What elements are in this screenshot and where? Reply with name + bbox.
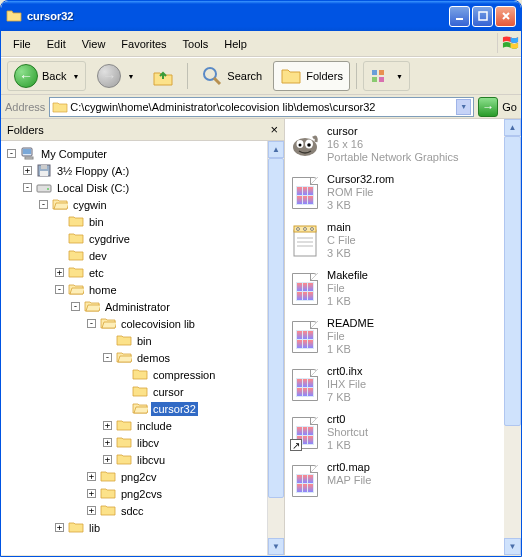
windows-flag-icon (497, 33, 519, 53)
collapse-icon[interactable] (103, 336, 112, 345)
file-item[interactable]: READMEFile1 KB (289, 317, 517, 357)
maximize-button[interactable] (472, 6, 493, 27)
file-item[interactable]: Cursor32.romROM File3 KB (289, 173, 517, 213)
node-label: Administrator (103, 300, 172, 314)
svg-rect-7 (379, 77, 384, 82)
expand-icon[interactable]: + (87, 506, 96, 515)
collapse-icon[interactable]: - (71, 302, 80, 311)
close-button[interactable] (495, 6, 516, 27)
collapse-icon[interactable]: - (39, 200, 48, 209)
node-label: home (87, 283, 119, 297)
collapse-icon[interactable] (119, 404, 128, 413)
close-pane-button[interactable]: × (270, 122, 278, 137)
collapse-icon[interactable] (119, 370, 128, 379)
file-item[interactable]: crt0.mapMAP File (289, 461, 517, 501)
svg-rect-4 (372, 70, 377, 75)
go-button[interactable]: → (478, 97, 498, 117)
collapse-icon[interactable]: - (23, 183, 32, 192)
collapse-icon[interactable]: - (55, 285, 64, 294)
expand-icon[interactable]: + (23, 166, 32, 175)
collapse-icon[interactable]: - (87, 319, 96, 328)
menu-file[interactable]: File (5, 35, 39, 53)
expand-icon[interactable]: + (55, 268, 64, 277)
forward-button[interactable]: → ▼ (90, 61, 141, 91)
file-item[interactable]: mainC File3 KB (289, 221, 517, 261)
menu-view[interactable]: View (74, 35, 114, 53)
separator (356, 63, 357, 89)
file-item[interactable]: MakefileFile1 KB (289, 269, 517, 309)
tree-node-folder-include[interactable]: +include (1, 417, 284, 434)
tree-node-folder-sdcc[interactable]: +sdcc (1, 502, 284, 519)
file-size: 1 KB (327, 295, 368, 308)
scroll-thumb[interactable] (504, 136, 521, 426)
address-input[interactable] (68, 101, 456, 113)
tree-node-folder-png2cvs[interactable]: +png2cvs (1, 485, 284, 502)
scroll-thumb[interactable] (268, 158, 284, 498)
toolbar: ← Back ▼ → ▼ Search Folders ▼ (1, 57, 521, 95)
tree-node-floppy-drive[interactable]: +3½ Floppy (A:) (1, 162, 284, 179)
folders-button[interactable]: Folders (273, 61, 350, 91)
tree-node-folder-cursor[interactable]: cursor (1, 383, 284, 400)
tree-node-folder-libcv[interactable]: +libcv (1, 434, 284, 451)
tree-node-folder-cursor32[interactable]: cursor32 (1, 400, 284, 417)
scrollbar[interactable]: ▲ ▼ (504, 119, 521, 555)
views-button[interactable]: ▼ (363, 61, 410, 91)
menu-help[interactable]: Help (216, 35, 255, 53)
address-input-wrap[interactable]: ▼ (49, 97, 474, 117)
tree-node-folder-png2cv[interactable]: +png2cv (1, 468, 284, 485)
tree-node-folder-libcvu[interactable]: +libcvu (1, 451, 284, 468)
address-bar: Address ▼ → Go (1, 95, 521, 119)
tree-node-folder-administrator[interactable]: -Administrator (1, 298, 284, 315)
collapse-icon[interactable] (55, 217, 64, 226)
back-button[interactable]: ← Back ▼ (7, 61, 86, 91)
tree-node-folder-etc[interactable]: +etc (1, 264, 284, 281)
expand-icon[interactable]: + (103, 438, 112, 447)
minimize-button[interactable] (449, 6, 470, 27)
expand-icon[interactable]: + (87, 472, 96, 481)
file-item[interactable]: cursor16 x 16Portable Network Graphics (289, 125, 517, 165)
tree-node-my-computer[interactable]: -My Computer (1, 145, 284, 162)
file-size: 3 KB (327, 199, 394, 212)
expand-icon[interactable]: + (55, 523, 64, 532)
folder-tree[interactable]: -My Computer+3½ Floppy (A:)-Local Disk (… (1, 141, 284, 555)
menu-tools[interactable]: Tools (175, 35, 217, 53)
collapse-icon[interactable] (55, 251, 64, 260)
file-item[interactable]: crt0.ihxIHX File7 KB (289, 365, 517, 405)
file-name: crt0 (327, 413, 368, 426)
file-item[interactable]: ↗crt0Shortcut1 KB (289, 413, 517, 453)
tree-node-folder-demos[interactable]: -demos (1, 349, 284, 366)
tree-node-folder-cygdrive[interactable]: cygdrive (1, 230, 284, 247)
file-name: crt0.map (327, 461, 371, 474)
collapse-icon[interactable]: - (103, 353, 112, 362)
scroll-down-button[interactable]: ▼ (268, 538, 284, 555)
scroll-down-button[interactable]: ▼ (504, 538, 521, 555)
tree-node-folder-dev[interactable]: dev (1, 247, 284, 264)
svg-rect-5 (379, 70, 384, 75)
collapse-icon[interactable] (55, 234, 64, 243)
tree-node-folder-lib[interactable]: +lib (1, 519, 284, 536)
tree-node-folder-compression[interactable]: compression (1, 366, 284, 383)
scroll-up-button[interactable]: ▲ (268, 141, 284, 158)
menu-favorites[interactable]: Favorites (113, 35, 174, 53)
tree-node-folder-bin[interactable]: bin (1, 332, 284, 349)
up-button[interactable] (145, 61, 181, 91)
address-dropdown[interactable]: ▼ (456, 99, 471, 115)
expand-icon[interactable]: + (87, 489, 96, 498)
tree-node-local-disk[interactable]: -Local Disk (C:) (1, 179, 284, 196)
collapse-icon[interactable] (119, 387, 128, 396)
search-button[interactable]: Search (194, 61, 269, 91)
tree-node-folder-colecovision[interactable]: -colecovision lib (1, 315, 284, 332)
menu-edit[interactable]: Edit (39, 35, 74, 53)
file-list-pane[interactable]: cursor16 x 16Portable Network GraphicsCu… (285, 119, 521, 555)
expand-icon[interactable]: + (103, 421, 112, 430)
tree-node-folder-home[interactable]: -home (1, 281, 284, 298)
scrollbar[interactable]: ▲ ▼ (267, 141, 284, 555)
tree-node-folder-cygwin[interactable]: -cygwin (1, 196, 284, 213)
expand-icon[interactable]: + (103, 455, 112, 464)
tree-node-folder-bin[interactable]: bin (1, 213, 284, 230)
forward-icon: → (97, 64, 121, 88)
file-info: Cursor32.romROM File3 KB (327, 173, 394, 212)
node-icon (36, 163, 52, 179)
collapse-icon[interactable]: - (7, 149, 16, 158)
scroll-up-button[interactable]: ▲ (504, 119, 521, 136)
